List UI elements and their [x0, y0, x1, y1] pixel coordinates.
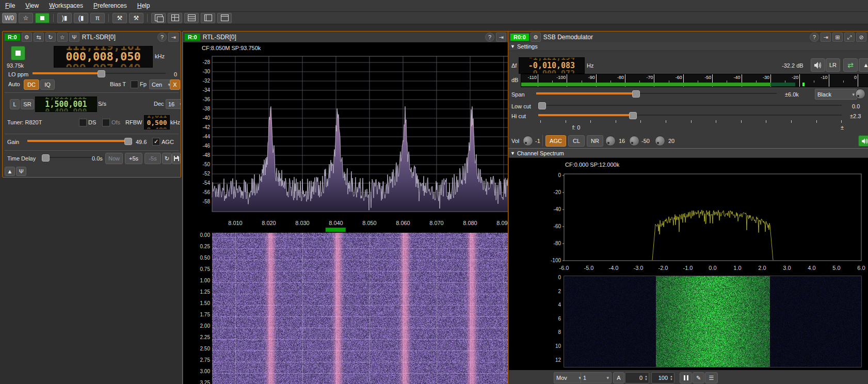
rfbw-label: RFBW [125, 119, 142, 125]
ref-level-spinbox[interactable]: 0▲▼ [625, 372, 649, 383]
svg-text:1.0: 1.0 [733, 265, 741, 271]
cascade-windows-icon[interactable] [151, 13, 166, 23]
menu-preferences[interactable]: Preferences [88, 1, 132, 10]
workspace-button[interactable]: W0 [2, 13, 17, 23]
svg-text:2.75: 2.75 [200, 357, 211, 363]
tile-windows-icon[interactable] [168, 13, 182, 23]
lo-ppm-slider[interactable] [33, 70, 166, 77]
star-icon[interactable]: ☆ [57, 33, 68, 42]
tx-device-icon[interactable]: (▮ [74, 13, 88, 23]
markers-button[interactable]: ✎ [693, 372, 704, 383]
offset-tuning-checkbox[interactable] [102, 119, 110, 126]
swap-icon[interactable]: ⇆ [34, 33, 44, 42]
tuner-label: Tuner: R820T [7, 119, 42, 125]
svg-text:-1.0: -1.0 [683, 265, 693, 271]
range-spinbox[interactable]: 100▲▼ [651, 372, 674, 383]
tabify-horizontal-icon[interactable] [217, 13, 232, 23]
svg-text:-40: -40 [554, 206, 561, 212]
svg-text:-32: -32 [203, 78, 211, 84]
bias-t-checkbox[interactable] [131, 81, 138, 88]
main-waterfall-canvas[interactable] [212, 233, 527, 384]
dc-correction-button[interactable]: DC [24, 79, 39, 90]
gain-slider[interactable] [27, 137, 133, 145]
svg-text:-28: -28 [203, 59, 211, 65]
reload-icon[interactable]: ↻ [45, 33, 56, 42]
gain-label: Gain [7, 139, 19, 145]
lock-sr-button[interactable]: L [10, 99, 20, 109]
auto-label: Auto [8, 81, 20, 87]
feature-presets-icon[interactable]: ⚒ [129, 13, 143, 23]
start-stop-button[interactable] [11, 46, 25, 60]
minus5s-button[interactable]: -5s [144, 153, 161, 164]
svg-text:-50: -50 [203, 162, 211, 167]
transverter-button[interactable]: X [170, 79, 180, 90]
menu-view[interactable]: View [20, 1, 44, 10]
svg-text:2.50: 2.50 [200, 346, 211, 351]
decimation-select[interactable]: 16▾ [166, 99, 181, 109]
stop-all-icon[interactable] [35, 13, 50, 23]
frequency-dial[interactable]: 111,119,161000,008,050999,997,949 [54, 46, 153, 68]
channel-waterfall-canvas[interactable] [564, 276, 861, 367]
bias-t-label: Bias T [110, 81, 126, 87]
star-icon[interactable]: ☆ [19, 13, 33, 23]
spectrum-settings-button[interactable]: ☰ [705, 372, 718, 383]
add-feature-icon[interactable]: ⚒ [112, 13, 127, 23]
autoscale-button[interactable]: A [613, 372, 624, 383]
svg-text:8.050: 8.050 [362, 220, 377, 226]
menu-file[interactable]: File [0, 1, 20, 10]
rx-device-icon[interactable]: )▮ [57, 13, 72, 23]
averaging-value-select[interactable]: 1▾ [581, 372, 612, 383]
ofs-label: Ofs [111, 119, 120, 125]
direct-sampling-checkbox[interactable] [79, 119, 87, 126]
sps-label: S/s [98, 101, 106, 107]
sample-rate-dial[interactable]: 2,611,1121,500,0010,499,990 [35, 97, 97, 112]
stack-subwindows-button[interactable]: ▲ [5, 167, 15, 176]
device-panel-title: RTL-SDR[0] [81, 34, 116, 41]
svg-text:-6.0: -6.0 [559, 265, 569, 271]
svg-text:8.030: 8.030 [295, 220, 310, 226]
svg-text:8.060: 8.060 [396, 220, 410, 226]
svg-text:0.00: 0.00 [200, 232, 211, 238]
svg-text:0.0: 0.0 [709, 265, 716, 271]
svg-text:-58: -58 [203, 199, 211, 204]
save-recording-icon[interactable] [172, 153, 181, 164]
now-button[interactable]: Now [105, 153, 123, 164]
stack-windows-icon[interactable] [184, 13, 199, 23]
stop-icon [15, 51, 21, 56]
freeze-button[interactable] [680, 372, 692, 383]
gear-icon[interactable]: ⚙ [22, 33, 32, 42]
replay-loop-icon[interactable]: ↻ [162, 153, 172, 164]
svg-text:8.010: 8.010 [228, 220, 243, 226]
presets-icon[interactable]: Ψ [69, 33, 79, 42]
menubar: FileViewWorkspacesPreferencesHelp [0, 0, 868, 12]
svg-text:6.0: 6.0 [857, 265, 865, 271]
menu-help[interactable]: Help [132, 1, 155, 10]
iq-correction-button[interactable]: IQ [40, 79, 55, 90]
svg-text:0.50: 0.50 [200, 255, 211, 261]
time-delay-label: Time Delay [7, 155, 36, 162]
svg-text:8.070: 8.070 [429, 220, 444, 226]
svg-text:4: 4 [558, 302, 561, 308]
agc-checkbox[interactable]: ✓ [152, 138, 160, 146]
mimo-device-icon[interactable]: π [90, 13, 105, 23]
main-toolbar: W0 ☆)▮(▮π⚒⚒ [0, 12, 868, 24]
rfbw-dial[interactable]: 1,6110,5009,499 [144, 115, 170, 130]
svg-text:0: 0 [558, 172, 561, 178]
tabify-vertical-icon[interactable] [201, 13, 215, 23]
move-workspace-icon[interactable]: ⇥ [168, 33, 179, 42]
plus5s-button[interactable]: +5s [125, 153, 142, 164]
svg-text:2.00: 2.00 [200, 323, 211, 329]
menu-workspaces[interactable]: Workspaces [44, 1, 88, 10]
help-icon[interactable]: ? [157, 33, 167, 42]
device-index-badge[interactable]: R:0 [5, 34, 20, 41]
svg-text:-48: -48 [203, 152, 211, 158]
spectrum-panel: R:0 RTL-SDR[0] ? ⇥ ⊞ ⤢ ⊘ CF:8.050M SP:93… [182, 31, 544, 384]
svg-text:-34: -34 [203, 87, 211, 93]
svg-text:1.25: 1.25 [200, 289, 211, 295]
device-presets-button[interactable]: Ψ [16, 167, 26, 176]
sr-mode-button[interactable]: SR [21, 99, 34, 109]
pause-icon [684, 375, 688, 380]
svg-text:0.25: 0.25 [200, 244, 211, 249]
svg-text:4.0: 4.0 [808, 265, 815, 271]
averaging-mode-select[interactable]: Mov▾ [554, 372, 584, 383]
